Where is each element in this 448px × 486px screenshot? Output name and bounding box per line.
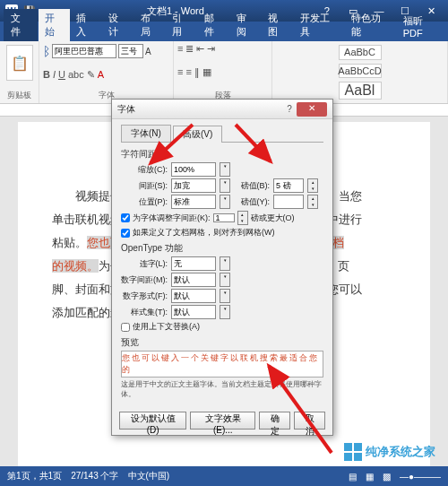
status-page[interactable]: 第1页，共1页 [7,470,62,482]
spacing-mag-label: 磅值(B): [234,180,270,192]
body-text: 粘贴。 [52,236,87,249]
view-web-icon[interactable]: ▩ [383,472,391,482]
highlighted-text: 的视频。 [52,259,99,273]
position-mag-label: 磅值(Y): [234,196,270,208]
tab-layout[interactable]: 布局 [134,9,167,41]
styleset-label: 样式集(T): [121,307,168,318]
tab-foxit[interactable]: 福昕PDF [397,12,448,41]
spacing-select[interactable] [171,178,216,193]
tab-references[interactable]: 引用 [166,9,198,41]
cancel-button[interactable]: 取消 [294,412,325,430]
kerning-unit: 磅或更大(O) [251,213,295,224]
highlight-icon[interactable]: ✎ [87,69,95,81]
clipboard-group: 📋 剪贴板 [0,41,39,103]
ribbon: 📋 剪贴板 ᛒ A B I U abc ✎ A 字体 ≡ ≣ ⇤ ⇥ ≡ ≡ ‖ [0,41,448,104]
position-select[interactable] [171,195,216,209]
bluetooth-icon[interactable]: ᛒ [43,44,50,58]
align-left-icon[interactable]: ≡ [177,66,183,78]
ligatures-label: 连字(L): [121,258,168,270]
font-family-select[interactable] [52,44,116,58]
bold-icon[interactable]: B [43,69,50,81]
spacing-mag-spinner[interactable]: ▴▾ [307,178,318,193]
section-preview: 预览 [121,336,323,349]
dialog-tab-advanced[interactable]: 高级(V) [173,126,222,143]
dialog-title: 字体 [117,103,282,116]
text-effects-button[interactable]: 文字效果(E)... [190,412,255,430]
shading-icon[interactable]: ▦ [202,66,211,78]
preview-box: 您也可以键入一个关键字以联机搜索最适合您的 [121,351,323,378]
paste-button[interactable]: 📋 [6,45,33,81]
scale-select[interactable] [171,162,216,177]
tab-review[interactable]: 审阅 [230,9,263,41]
contextual-checkbox[interactable] [121,323,130,332]
kerning-input[interactable] [213,213,235,222]
kerning-label: 为字体调整字间距(K): [133,213,211,224]
scale-label: 缩放(C): [121,164,168,176]
view-print-icon[interactable]: ▦ [366,472,374,482]
snapgrid-checkbox[interactable] [121,229,130,238]
position-mag-spinner[interactable]: ▴▾ [307,195,318,209]
position-mag-input[interactable] [273,195,304,209]
view-read-icon[interactable]: ▤ [349,472,357,482]
styles-group: AaBbC AaBbCcD AaBl [272,41,448,103]
style-heading1[interactable]: AaBl [339,82,382,100]
watermark: 纯净系统之家 [344,443,435,461]
section-char-spacing: 字符间距 [121,148,323,161]
line-spacing-icon[interactable]: ‖ [194,66,200,78]
set-default-button[interactable]: 设为默认值(D) [119,412,186,430]
file-tab[interactable]: 文件 [4,9,38,41]
align-center-icon[interactable]: ≡ [185,66,191,78]
bullets-icon[interactable]: ≡ [177,43,183,55]
numform-select[interactable] [171,289,216,303]
dialog-close-icon[interactable]: ✕ [297,102,327,117]
status-language[interactable]: 中文(中国) [128,470,170,482]
watermark-logo-icon [344,443,362,461]
tab-design[interactable]: 设计 [102,9,134,41]
zoom-slider[interactable]: —●——— [400,472,441,482]
tab-view[interactable]: 视图 [262,9,294,41]
tab-mailings[interactable]: 邮件 [198,9,230,41]
position-dropdown-icon[interactable]: ▾ [220,195,230,209]
ok-button[interactable]: 确定 [259,412,290,430]
kerning-checkbox[interactable] [121,213,130,222]
italic-icon[interactable]: I [53,69,56,81]
scale-dropdown-icon[interactable]: ▾ [220,162,230,177]
tab-insert[interactable]: 插入 [70,9,102,41]
indent-inc-icon[interactable]: ⇥ [207,43,215,55]
underline-icon[interactable]: U [58,69,65,81]
font-note: 这是用于中文的正文主题字体。当前文档主题定义将使用哪种字体。 [121,379,323,399]
dialog-help-icon[interactable]: ? [282,104,297,114]
position-label: 位置(P): [121,196,168,208]
spacing-dropdown-icon[interactable]: ▾ [220,178,230,193]
numspacing-dropdown-icon[interactable]: ▾ [220,273,230,287]
dialog-tab-font[interactable]: 字体(N) [121,125,171,142]
dialog-titlebar[interactable]: 字体 ? ✕ [112,100,332,119]
section-opentype: OpenType 功能 [121,242,323,255]
strike-icon[interactable]: abc [68,69,84,81]
kerning-spinner[interactable]: ▴▾ [237,211,248,225]
spacing-label: 间距(S): [121,180,168,192]
clipboard-label: 剪贴板 [4,90,35,101]
styleset-dropdown-icon[interactable]: ▾ [220,305,230,319]
tab-dev[interactable]: 开发工具 [294,9,345,41]
style-nospace[interactable]: AaBbCcD [339,64,382,79]
status-wordcount[interactable]: 27/143 个字 [71,470,118,482]
ligatures-select[interactable] [171,256,216,271]
tab-special[interactable]: 特色功能 [345,9,396,41]
grow-font-icon[interactable]: A [145,47,151,56]
font-color-icon[interactable]: A [98,69,104,81]
numform-dropdown-icon[interactable]: ▾ [220,289,230,303]
styleset-select[interactable] [171,305,216,319]
font-size-select[interactable] [118,44,143,58]
numform-label: 数字形式(F): [121,291,168,302]
ligatures-dropdown-icon[interactable]: ▾ [220,256,230,271]
spacing-mag-input[interactable] [273,178,304,193]
tab-home[interactable]: 开始 [39,9,71,41]
status-bar: 第1页，共1页 27/143 个字 中文(中国) ▤ ▦ ▩ —●——— [0,466,448,486]
ribbon-tab-strip: 文件 开始 插入 设计 布局 引用 邮件 审阅 视图 开发工具 特色功能 福昕P… [0,22,448,41]
numbering-icon[interactable]: ≣ [185,43,194,55]
numspacing-select[interactable] [171,273,216,287]
style-normal[interactable]: AaBbC [339,45,382,60]
numspacing-label: 数字间距(M): [121,274,168,286]
indent-dec-icon[interactable]: ⇤ [196,43,204,55]
